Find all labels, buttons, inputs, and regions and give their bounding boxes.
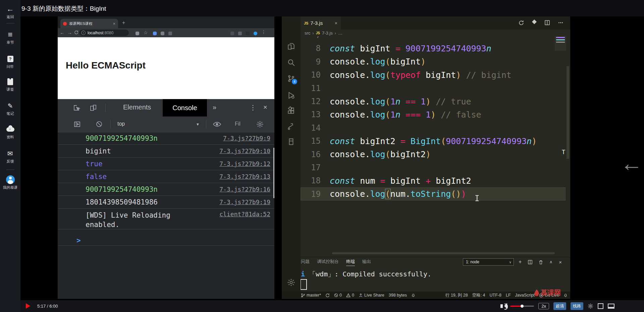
- code-line-9[interactable]: 9console.log(bigInt): [301, 55, 566, 68]
- extensions-icon[interactable]: [282, 106, 301, 115]
- fullscreen-icon[interactable]: [598, 303, 603, 309]
- device-toolbar-icon[interactable]: [89, 104, 97, 112]
- search-icon[interactable]: [282, 58, 301, 67]
- extension-icon[interactable]: [246, 31, 250, 37]
- console-source-link[interactable]: 7-3.js?27b9:10: [219, 147, 270, 154]
- inspect-element-icon[interactable]: [72, 104, 80, 112]
- breadcrumb[interactable]: src JS 7-3.js …: [301, 30, 570, 36]
- status-item[interactable]: 空格: 4: [472, 293, 485, 298]
- more-actions-icon[interactable]: [558, 20, 563, 25]
- status-item[interactable]: UTF-8: [490, 293, 501, 298]
- sidebar-item-materials[interactable]: 资料: [0, 125, 20, 140]
- tab-console[interactable]: Console: [163, 99, 207, 117]
- status-item[interactable]: 行 19, 列 28: [445, 293, 468, 298]
- console-prompt[interactable]: >: [58, 235, 274, 246]
- extension-icon[interactable]: [230, 31, 234, 37]
- console-source-link[interactable]: 7-3.js?27b9:19: [219, 198, 270, 206]
- color-theme-icon[interactable]: [533, 20, 536, 26]
- manage-gear-icon[interactable]: [282, 278, 301, 286]
- prev-overlay-arrow-icon[interactable]: ←: [621, 150, 643, 176]
- profile-avatar[interactable]: [254, 31, 257, 37]
- sync-icon[interactable]: [519, 20, 524, 26]
- volume-slider[interactable]: [511, 306, 534, 307]
- split-terminal-icon[interactable]: [528, 260, 532, 264]
- status-item-bell[interactable]: [564, 293, 568, 297]
- devtools-scrollbar[interactable]: [273, 148, 274, 198]
- editor-scrollbar[interactable]: [567, 66, 569, 159]
- devtools-close-icon[interactable]: ×: [263, 103, 267, 111]
- code-line-8[interactable]: 8const bigInt = 9007199254740993n: [301, 42, 566, 55]
- sidebar-item-chapters[interactable]: ≡ 章节: [0, 30, 20, 45]
- editor-tab[interactable]: JS 7-3.js ×: [301, 16, 341, 30]
- sidebar-item-feedback[interactable]: ✉ 反馈: [0, 149, 20, 164]
- explorer-icon[interactable]: [282, 42, 301, 51]
- sidebar-item-bookmark[interactable]: 课签: [0, 77, 20, 92]
- play-button[interactable]: [26, 303, 30, 309]
- breadcrumb-symbol[interactable]: …: [338, 31, 342, 36]
- console-source-link[interactable]: 7-3.js?27b9:9: [223, 135, 270, 142]
- live-share-icon[interactable]: [282, 122, 301, 131]
- live-expression-eye-icon[interactable]: [213, 121, 221, 128]
- breadcrumb-src[interactable]: src: [305, 31, 310, 36]
- settings-gear-icon[interactable]: [256, 121, 264, 128]
- code-line-19[interactable]: 19console.log(num.toString()): [301, 187, 566, 200]
- code-line-14[interactable]: 14: [301, 121, 566, 134]
- code-line-13[interactable]: 13console.log(1n === 1) // false: [301, 108, 566, 121]
- status-item[interactable]: LF: [506, 293, 511, 298]
- split-editor-icon[interactable]: [545, 20, 550, 26]
- sidebar-item-back[interactable]: ← 返回: [0, 5, 20, 19]
- code-line-17[interactable]: 17: [301, 161, 566, 174]
- code-line-16[interactable]: 16console.log(bigInt2): [301, 148, 566, 161]
- console-source-link[interactable]: client?81da:52: [219, 211, 270, 218]
- status-item[interactable]: JavaScript: [515, 293, 535, 298]
- tab-close-icon[interactable]: ×: [113, 21, 115, 26]
- new-terminal-icon[interactable]: +: [519, 259, 522, 265]
- browser-tab[interactable]: 慕课网ES课程 ×: [60, 19, 118, 28]
- kill-terminal-icon[interactable]: [539, 260, 543, 264]
- quality-button[interactable]: 超清: [553, 302, 566, 310]
- console-source-link[interactable]: 7-3.js?27b9:16: [219, 186, 270, 193]
- translate-icon[interactable]: [136, 31, 139, 37]
- panel-tab[interactable]: 输出: [362, 259, 371, 266]
- sidebar-item-qa[interactable]: ? 问答: [0, 54, 20, 69]
- tab-elements[interactable]: Elements: [123, 103, 151, 111]
- terminal-selector[interactable]: 1: node∨: [463, 258, 514, 266]
- status-item-sync[interactable]: [325, 293, 330, 298]
- status-item-bell[interactable]: [411, 293, 415, 297]
- code-line-12[interactable]: 12console.log(1n == 1) // true: [301, 95, 566, 108]
- panel-tab[interactable]: 终端: [346, 259, 355, 266]
- console-source-link[interactable]: 7-3.js?27b9:13: [219, 173, 270, 180]
- maximize-panel-icon[interactable]: ∧: [549, 260, 552, 264]
- site-info-icon[interactable]: i: [81, 31, 86, 35]
- chevron-down-icon[interactable]: ▼: [196, 122, 200, 126]
- status-item-branch[interactable]: master*: [301, 293, 321, 298]
- playback-speed-button[interactable]: 2x: [538, 303, 549, 309]
- code-line-10[interactable]: 10console.log(typeof bigInt) // bigint: [301, 69, 566, 82]
- status-item-error[interactable]: 0: [334, 293, 342, 298]
- theater-mode-icon[interactable]: [608, 304, 614, 309]
- code-line-15[interactable]: 15const bigInt2 = BigInt(900719925474099…: [301, 135, 566, 148]
- run-debug-icon[interactable]: [282, 91, 301, 100]
- extension-icon[interactable]: [238, 31, 242, 37]
- sidebar-item-my-imooc[interactable]: 我的慕课: [0, 175, 20, 190]
- address-bar[interactable]: i localhost :8080: [79, 30, 129, 36]
- console-sidebar-icon[interactable]: [73, 120, 81, 128]
- forward-icon[interactable]: →: [67, 30, 72, 35]
- tab-close-icon[interactable]: ×: [335, 20, 337, 26]
- editor-h-scrollbar[interactable]: [332, 252, 555, 254]
- filter-input[interactable]: Fil: [235, 121, 240, 127]
- extension-icon[interactable]: [161, 31, 164, 37]
- status-item-liveshare[interactable]: Live Share: [359, 293, 384, 298]
- extension-icon[interactable]: [168, 31, 172, 37]
- breadcrumb-file[interactable]: 7-3.js: [322, 31, 333, 36]
- devtools-menu-icon[interactable]: ⋮: [250, 103, 256, 112]
- status-item[interactable]: 398 bytes: [389, 293, 407, 298]
- panel-tab[interactable]: 问题: [301, 259, 310, 266]
- volume-icon[interactable]: [500, 304, 503, 308]
- status-item-warn[interactable]: 0: [346, 293, 354, 298]
- more-tabs-icon[interactable]: »: [213, 103, 216, 111]
- player-settings-gear-icon[interactable]: [588, 303, 593, 309]
- panel-tab[interactable]: 调试控制台: [317, 259, 339, 266]
- bookmark-star-icon[interactable]: ☆: [144, 30, 148, 35]
- sidebar-item-notes[interactable]: ✎ 笔记: [0, 101, 20, 116]
